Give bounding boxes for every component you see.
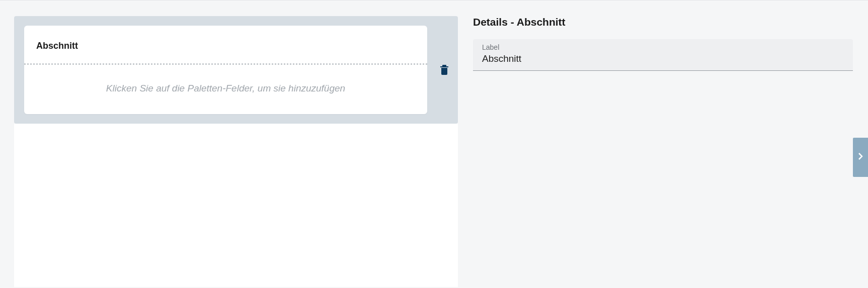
details-title: Details - Abschnitt xyxy=(473,16,853,28)
canvas-blank-area xyxy=(14,124,458,287)
section-wrapper[interactable]: Abschnitt Klicken Sie auf die Paletten-F… xyxy=(14,16,458,124)
expand-side-tab[interactable] xyxy=(853,138,868,177)
section-body[interactable]: Klicken Sie auf die Paletten-Felder, um … xyxy=(24,65,427,114)
canvas-panel: Abschnitt Klicken Sie auf die Paletten-F… xyxy=(0,1,458,288)
section-title: Abschnitt xyxy=(36,41,415,51)
chevron-right-icon xyxy=(858,152,863,162)
delete-section-button[interactable] xyxy=(435,59,458,81)
placeholder-text: Klicken Sie auf die Paletten-Felder, um … xyxy=(106,83,345,93)
label-field-input[interactable] xyxy=(482,52,844,65)
label-field-label: Label xyxy=(482,43,844,51)
trash-icon xyxy=(440,64,449,76)
section-card[interactable]: Abschnitt Klicken Sie auf die Paletten-F… xyxy=(24,26,427,114)
section-header: Abschnitt xyxy=(24,26,427,63)
details-panel: Details - Abschnitt Label xyxy=(458,1,868,288)
label-field-wrapper[interactable]: Label xyxy=(473,39,853,71)
